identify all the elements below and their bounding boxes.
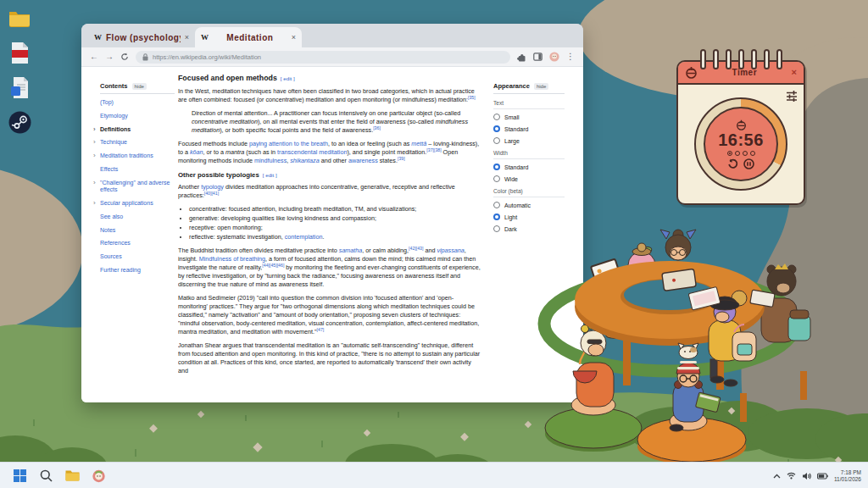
- toc-item[interactable]: › (Top): [100, 99, 175, 107]
- chevron-up-icon[interactable]: [773, 474, 781, 479]
- pause-button[interactable]: [743, 158, 754, 169]
- chevron-right-icon[interactable]: ›: [93, 138, 96, 147]
- toc-item[interactable]: › Etymology: [100, 113, 175, 120]
- radio-icon[interactable]: [493, 175, 500, 182]
- wiki-link[interactable]: paying attention to the breath: [249, 140, 328, 147]
- radio-icon[interactable]: [493, 114, 500, 120]
- tab-meditation[interactable]: W Meditation ×: [195, 27, 302, 47]
- wiki-link[interactable]: mindfulness: [254, 157, 287, 164]
- chevron-right-icon[interactable]: ›: [93, 179, 96, 187]
- article-text: and other: [320, 157, 348, 164]
- toc-item-label: "Challenging" and adverse effects: [100, 180, 170, 193]
- wiki-link[interactable]: [35]: [468, 95, 476, 100]
- search-icon[interactable]: [38, 468, 53, 483]
- radio-icon[interactable]: [493, 137, 500, 144]
- study-timer-app-icon[interactable]: [91, 468, 106, 483]
- wiki-link[interactable]: shikantaza: [290, 157, 319, 164]
- lock-icon: [142, 53, 148, 61]
- steam-icon[interactable]: [7, 109, 32, 135]
- wiki-link[interactable]: [36]: [373, 125, 381, 130]
- radio-icon[interactable]: [493, 225, 500, 232]
- profile-avatar[interactable]: [549, 52, 559, 62]
- extensions-icon[interactable]: [517, 53, 526, 62]
- toc-item[interactable]: › "Challenging" and adverse effects: [100, 180, 175, 195]
- toc-item[interactable]: › Notes: [100, 227, 175, 235]
- radio-option[interactable]: Standard: [493, 164, 565, 170]
- toc-item[interactable]: › Secular applications: [100, 200, 175, 208]
- reload-icon[interactable]: [120, 53, 129, 61]
- wiki-link[interactable]: transcendental meditation: [277, 148, 347, 156]
- radio-option[interactable]: Dark: [493, 225, 565, 232]
- toc-hide-button[interactable]: hide: [132, 83, 147, 90]
- edit-link[interactable]: [ edit ]: [263, 172, 277, 178]
- wiki-link[interactable]: [47]: [317, 327, 325, 332]
- toc-item[interactable]: › See also: [100, 214, 175, 221]
- wiki-link[interactable]: [40][41]: [204, 191, 219, 196]
- wiki-link[interactable]: samatha: [339, 247, 363, 254]
- wiki-link[interactable]: contemplation: [285, 233, 323, 241]
- wiki-link[interactable]: vipassana: [437, 247, 464, 254]
- toc-item[interactable]: › Technique: [100, 139, 175, 147]
- tab-flow-psychology[interactable]: W Flow (psychology) ×: [88, 27, 195, 47]
- toc-item[interactable]: › Sources: [100, 253, 175, 261]
- radio-icon[interactable]: [493, 164, 500, 170]
- appearance-hide-button[interactable]: hide: [534, 83, 548, 90]
- battery-icon[interactable]: [817, 473, 828, 480]
- wiki-link[interactable]: [44][45][46]: [262, 263, 284, 268]
- toc-item-label: Etymology: [100, 113, 128, 119]
- wiki-link[interactable]: awareness: [348, 157, 378, 164]
- toc-item[interactable]: › Effects: [100, 166, 175, 174]
- file-explorer-icon[interactable]: [64, 468, 80, 483]
- radio-option[interactable]: Automatic: [493, 202, 565, 208]
- toc-item[interactable]: › Definitions: [100, 126, 175, 134]
- forward-icon[interactable]: →: [105, 53, 114, 61]
- chevron-right-icon[interactable]: ›: [93, 152, 96, 160]
- radio-icon[interactable]: [493, 214, 500, 220]
- chevron-right-icon[interactable]: ›: [93, 199, 96, 208]
- taskbar-clock[interactable]: 7:18 PM 11/01/2026: [834, 469, 861, 483]
- radio-option[interactable]: Wide: [493, 175, 565, 182]
- article-text: ), and single point meditation.: [347, 148, 426, 156]
- toc-item[interactable]: › Further reading: [100, 267, 175, 274]
- timer-dial: 16:56: [704, 107, 778, 181]
- browser-menu-icon[interactable]: ⋮: [566, 53, 575, 61]
- radio-icon[interactable]: [493, 202, 500, 208]
- address-bar[interactable]: https://en.wikipedia.org/wiki/Meditation: [136, 51, 510, 64]
- document-blue-icon[interactable]: [7, 75, 32, 100]
- settings-sliders-icon[interactable]: [786, 90, 798, 102]
- side-panel-icon[interactable]: [533, 53, 542, 61]
- start-button-icon[interactable]: [12, 468, 27, 483]
- folder-icon[interactable]: [7, 5, 32, 30]
- radio-option[interactable]: Large: [493, 137, 565, 144]
- spiral-loop: [764, 49, 770, 69]
- chevron-right-icon[interactable]: ›: [93, 125, 96, 134]
- tomato-icon: [736, 119, 747, 130]
- article-p: Jonathan Shear argues that transcendenta…: [178, 341, 481, 375]
- radio-option[interactable]: Small: [493, 114, 565, 120]
- wiki-link[interactable]: [42][43]: [409, 246, 423, 251]
- article-text: concentrative meditation: [192, 118, 258, 125]
- toc-item[interactable]: › Meditation traditions: [100, 152, 175, 160]
- volume-icon[interactable]: [802, 472, 811, 480]
- document-red-icon[interactable]: [7, 40, 32, 65]
- article-h3: Focused and open methods[ edit ]: [178, 74, 481, 83]
- wiki-link[interactable]: kōan: [190, 148, 203, 156]
- wiki-link[interactable]: [39]: [398, 156, 405, 161]
- tab-close-icon[interactable]: ×: [292, 33, 296, 42]
- wiki-link[interactable]: mettā: [411, 140, 426, 147]
- radio-option[interactable]: Standard: [493, 125, 565, 132]
- back-icon[interactable]: ←: [90, 53, 98, 61]
- toc-item[interactable]: › References: [100, 240, 175, 247]
- edit-link[interactable]: [ edit ]: [281, 75, 295, 81]
- radio-label: Dark: [504, 226, 517, 232]
- article-h4: Other possible typologies[ edit ]: [178, 171, 481, 180]
- tab-close-icon[interactable]: ×: [185, 33, 189, 42]
- clock-time: 7:18 PM: [834, 469, 861, 476]
- reset-button[interactable]: [727, 158, 738, 169]
- radio-option[interactable]: Light: [493, 214, 565, 220]
- article-text: reflective: systematic investigation,: [189, 233, 285, 241]
- wifi-icon[interactable]: [787, 472, 796, 480]
- wiki-link[interactable]: Mindfulness of breathing: [199, 255, 265, 263]
- radio-icon[interactable]: [493, 125, 500, 132]
- wiki-link[interactable]: [37][38]: [426, 147, 441, 152]
